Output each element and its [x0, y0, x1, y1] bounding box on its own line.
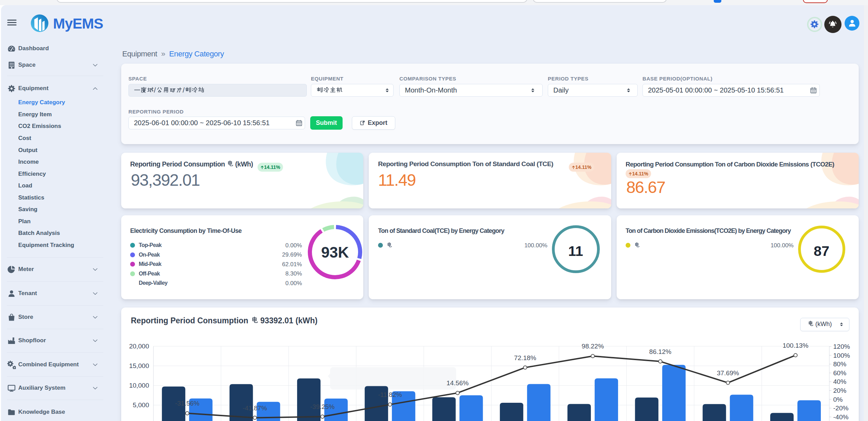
svg-text:60%: 60% — [833, 369, 846, 377]
svg-text:-41.87%: -41.87% — [243, 404, 267, 412]
svg-text:-31.56%: -31.56% — [175, 400, 199, 407]
svg-text:14.56%: 14.56% — [447, 379, 469, 387]
svg-text:100%: 100% — [833, 352, 850, 359]
svg-text:80%: 80% — [833, 360, 846, 368]
svg-text:-39.25%: -39.25% — [310, 403, 335, 410]
svg-text:100.13%: 100.13% — [783, 342, 808, 349]
svg-text:120%: 120% — [833, 343, 850, 350]
svg-text:37.69%: 37.69% — [717, 369, 739, 377]
svg-text:-20%: -20% — [833, 404, 848, 412]
svg-text:-11.82%: -11.82% — [378, 391, 402, 398]
svg-text:5,000: 5,000 — [133, 401, 149, 409]
svg-text:72.18%: 72.18% — [514, 354, 536, 361]
svg-text:20,000: 20,000 — [129, 343, 149, 350]
svg-text:15,000: 15,000 — [129, 362, 149, 369]
svg-text:20%: 20% — [833, 387, 846, 394]
svg-text:98.22%: 98.22% — [582, 343, 604, 350]
svg-text:-40%: -40% — [833, 413, 848, 421]
svg-text:40%: 40% — [833, 378, 846, 385]
svg-text:0%: 0% — [833, 396, 843, 403]
svg-text:86.12%: 86.12% — [649, 348, 672, 355]
svg-text:10,000: 10,000 — [129, 382, 149, 389]
